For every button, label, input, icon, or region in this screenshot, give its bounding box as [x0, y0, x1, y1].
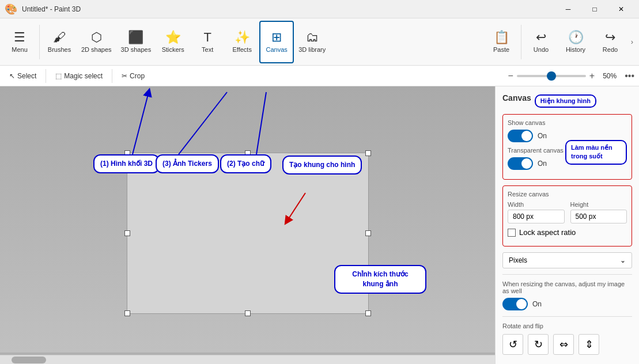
height-input[interactable]: [570, 210, 627, 223]
handle-bc[interactable]: [245, 310, 251, 316]
show-canvas-label: Show canvas: [508, 119, 627, 126]
toolbar-canvas[interactable]: ⊞ Canvas: [259, 21, 294, 63]
toolbar-brushes[interactable]: 🖌 Brushes: [42, 21, 77, 63]
hscroll-thumb: [12, 357, 46, 363]
toolbar-2dshapes[interactable]: ⬡ 2D shapes: [77, 21, 116, 63]
magic-select-button[interactable]: ⬚ Magic select: [51, 70, 107, 82]
show-canvas-toggle[interactable]: [508, 130, 533, 142]
undo-icon: ↩: [536, 31, 546, 44]
3dshapes-icon: ⬛: [128, 31, 143, 44]
zoom-more-button[interactable]: •••: [625, 71, 634, 81]
toolbar-redo[interactable]: ↪ Redo: [593, 21, 627, 63]
zoom-thumb: [547, 71, 556, 81]
magic-select-icon: ⬚: [55, 72, 62, 80]
adjust-toggle-row: On: [502, 298, 632, 310]
divider-2: [502, 316, 632, 317]
flip-h-button[interactable]: ⇔: [553, 334, 574, 355]
text-icon: T: [203, 31, 211, 44]
minimize-button[interactable]: ─: [555, 0, 581, 18]
lock-ratio-label: Lock aspect ratio: [519, 228, 576, 237]
toolbar-chevron[interactable]: ›: [627, 21, 637, 63]
lock-ratio-checkbox[interactable]: [508, 229, 516, 237]
main-toolbar: ☰ Menu 🖌 Brushes ⬡ 2D shapes ⬛ 3D shapes…: [0, 18, 639, 66]
window-controls: ─ □ ✕: [555, 0, 634, 18]
app-title: Untitled* - Paint 3D: [22, 5, 81, 13]
2dshapes-icon: ⬡: [91, 31, 102, 44]
adjust-on-label: On: [532, 300, 542, 308]
resize-canvas-section: Resize canvas Width Height Lock aspect r…: [502, 185, 632, 247]
annotation-resize: Chỉnh kích thước khung ảnh: [334, 265, 426, 294]
adjust-toggle[interactable]: [502, 298, 528, 310]
paste-icon: 📋: [494, 31, 509, 44]
show-canvas-section: Show canvas On Transparent canvas On Làm…: [502, 114, 632, 180]
lock-ratio-row: Lock aspect ratio: [508, 228, 627, 237]
toolbar-stickers[interactable]: ⭐ Stickers: [156, 21, 190, 63]
resize-dimensions-row: Width Height: [508, 201, 627, 223]
adjust-knob: [516, 299, 527, 309]
transparent-on-label: On: [538, 160, 547, 168]
toolbar-menu[interactable]: ☰ Menu: [2, 21, 37, 63]
width-label: Width: [508, 201, 565, 208]
maximize-button[interactable]: □: [581, 0, 608, 18]
toolbar-divider-1: [39, 25, 40, 59]
handle-mr[interactable]: [365, 230, 371, 236]
crop-button[interactable]: ✂ Crop: [117, 70, 149, 82]
toolbar-text[interactable]: T Text: [190, 21, 225, 63]
main-area: (1) Hình khối 3D (3) Ảnh Tickers (2): [0, 86, 639, 364]
toolbar-undo[interactable]: ↩ Undo: [524, 21, 558, 63]
rotate-flip-row: ↺ ↻ ⇔ ⇕: [502, 334, 632, 355]
right-panel: Canvas Hiện khung hình Show canvas On Tr…: [495, 86, 639, 364]
height-label: Height: [570, 201, 627, 208]
canvas-frame: [127, 153, 369, 314]
effects-icon: ✨: [235, 31, 250, 44]
canvas-icon: ⊞: [271, 31, 282, 44]
pixels-label: Pixels: [509, 256, 527, 264]
history-icon: 🕐: [568, 31, 584, 44]
toolbar-3dlibrary[interactable]: 🗂 3D library: [294, 21, 330, 63]
zoom-in-button[interactable]: +: [589, 71, 595, 81]
flip-v-button[interactable]: ⇕: [578, 334, 599, 355]
rotate-flip-label: Rotate and flip: [502, 323, 632, 329]
annotation-stickers: (3) Ảnh Tickers: [156, 154, 219, 173]
close-button[interactable]: ✕: [608, 0, 634, 18]
zoom-controls: − + 50% •••: [508, 71, 635, 81]
width-input[interactable]: [508, 210, 565, 223]
width-field: Width: [508, 201, 565, 223]
sec-divider-2: [112, 69, 112, 83]
transparent-knob: [521, 158, 532, 169]
rotate-right-button[interactable]: ↻: [528, 334, 549, 355]
height-field: Height: [570, 201, 627, 223]
secondary-toolbar: ↖ Select ⬚ Magic select ✂ Crop − + 50% •…: [0, 66, 639, 86]
annotation-3dshapes: (1) Hình khối 3D: [93, 154, 160, 173]
toolbar-paste[interactable]: 📋 Paste: [484, 21, 519, 63]
toolbar-history[interactable]: 🕐 History: [558, 21, 593, 63]
horizontal-scrollbar[interactable]: [0, 355, 495, 364]
zoom-slider[interactable]: [517, 75, 586, 77]
zoom-out-button[interactable]: −: [508, 71, 513, 81]
canvas-area[interactable]: (1) Hình khối 3D (3) Ảnh Tickers (2): [0, 86, 495, 364]
divider-1: [502, 274, 632, 275]
toolbar-divider-2: [521, 25, 521, 59]
toolbar-3dshapes[interactable]: ⬛ 3D shapes: [116, 21, 156, 63]
sec-divider-1: [46, 69, 46, 83]
handle-bl[interactable]: [124, 310, 130, 316]
annotation-transparent: Làm màu nền trong suốt: [565, 140, 627, 165]
menu-icon: ☰: [14, 31, 25, 44]
toolbar-effects[interactable]: ✨ Effects: [225, 21, 259, 63]
zoom-value: 50%: [598, 72, 621, 80]
handle-tr[interactable]: [365, 150, 371, 156]
redo-icon: ↪: [605, 31, 615, 44]
show-canvas-on-label: On: [538, 132, 547, 140]
panel-title: Canvas: [502, 93, 531, 103]
resize-label: Resize canvas: [508, 191, 627, 198]
handle-br[interactable]: [365, 310, 371, 316]
brushes-icon: 🖌: [53, 31, 66, 44]
select-button[interactable]: ↖ Select: [5, 70, 41, 82]
rotate-left-button[interactable]: ↺: [502, 334, 523, 355]
handle-ml[interactable]: [124, 230, 130, 236]
transparent-toggle[interactable]: [508, 157, 533, 170]
titlebar: 🎨 Untitled* - Paint 3D ─ □ ✕: [0, 0, 639, 18]
pixels-dropdown[interactable]: Pixels ⌄: [502, 252, 632, 268]
annotation-show-canvas: Hiện khung hình: [535, 94, 596, 108]
select-icon: ↖: [9, 72, 15, 80]
